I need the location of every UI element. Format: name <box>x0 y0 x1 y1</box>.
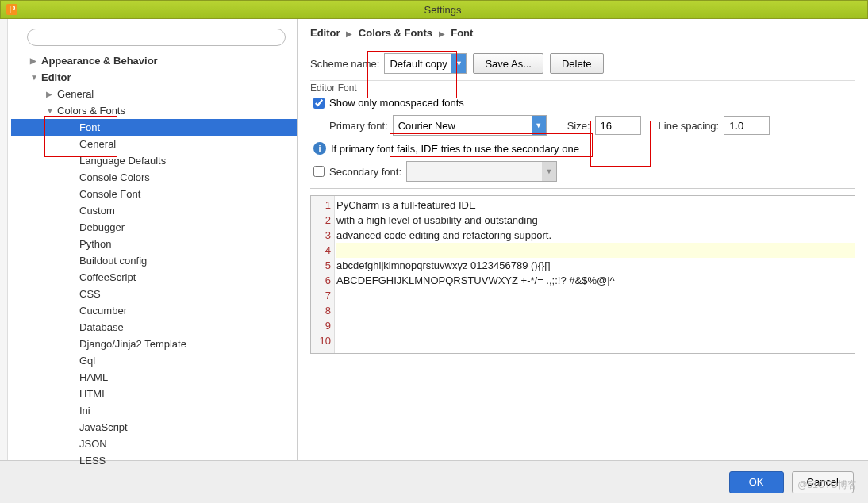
primary-font-value: Courier New <box>398 120 455 132</box>
breadcrumb-colors-fonts[interactable]: Colors & Fonts <box>359 27 432 39</box>
tree-item-console-colors[interactable]: Console Colors <box>11 169 297 186</box>
tree-item-editor[interactable]: ▼Editor <box>11 69 297 86</box>
tree-item-label: Cucumber <box>79 305 127 317</box>
save-as-button[interactable]: Save As... <box>473 53 543 74</box>
chevron-down-icon: ▼ <box>532 116 546 135</box>
tree-item-label: Console Font <box>79 188 140 200</box>
tree-item-debugger[interactable]: Debugger <box>11 219 297 236</box>
settings-sidebar: ▶Appearance & Behavior▼Editor▶General▼Co… <box>8 19 298 460</box>
tree-item-label: CoffeeScript <box>79 271 136 283</box>
show-mono-label: Show only monospaced fonts <box>329 97 464 109</box>
tree-item-label: JavaScript <box>79 421 128 433</box>
chevron-right-icon: ▶ <box>439 29 445 38</box>
tree-item-javascript[interactable]: JavaScript <box>11 419 297 436</box>
tree-item-label: Buildout config <box>79 255 147 267</box>
tree-item-label: HAML <box>79 371 108 383</box>
tree-item-label: Editor <box>41 71 71 83</box>
primary-font-label: Primary font: <box>329 120 388 132</box>
breadcrumb-editor[interactable]: Editor <box>310 27 340 39</box>
tree-item-less[interactable]: LESS <box>11 452 297 469</box>
line-spacing-label: Line spacing: <box>659 120 720 132</box>
show-mono-checkbox[interactable] <box>313 98 325 109</box>
tree-item-gql[interactable]: Gql <box>11 352 297 369</box>
tree-item-custom[interactable]: Custom <box>11 202 297 219</box>
svg-text:P: P <box>9 4 16 15</box>
annotation-box-tree <box>44 116 117 157</box>
tree-item-label: Debugger <box>79 221 125 233</box>
ok-button[interactable]: OK <box>729 471 784 493</box>
tree-arrow-icon: ▶ <box>46 90 56 98</box>
tree-item-label: Python <box>79 238 111 250</box>
info-icon: i <box>313 142 326 155</box>
tree-item-label: LESS <box>79 455 106 467</box>
app-icon: P <box>6 3 18 16</box>
tree-item-label: General <box>57 88 94 100</box>
tree-item-label: JSON <box>79 438 107 450</box>
font-preview: 12345678910 PyCharm is a full-featured I… <box>310 195 855 354</box>
secondary-font-label: Secondary font: <box>329 166 401 178</box>
tree-item-coffeescript[interactable]: CoffeeScript <box>11 269 297 286</box>
tree-item-buildout-config[interactable]: Buildout config <box>11 252 297 269</box>
search-input[interactable] <box>27 29 286 46</box>
breadcrumb-font[interactable]: Font <box>451 27 473 39</box>
chevron-down-icon: ▼ <box>542 162 556 181</box>
tree-item-database[interactable]: Database <box>11 319 297 336</box>
line-spacing-input[interactable] <box>724 116 770 135</box>
annotation-box-font <box>390 133 593 157</box>
tree-item-label: Database <box>79 321 124 333</box>
tree-item-appearance-behavior[interactable]: ▶Appearance & Behavior <box>11 52 297 69</box>
tree-item-label: HTML <box>79 388 107 400</box>
divider <box>310 188 855 189</box>
tree-item-console-font[interactable]: Console Font <box>11 186 297 202</box>
preview-gutter: 12345678910 <box>311 196 335 353</box>
annotation-box-scheme <box>367 51 457 98</box>
tree-item-html[interactable]: HTML <box>11 386 297 402</box>
tree-item-label: Custom <box>79 205 115 217</box>
left-gutter <box>0 19 8 460</box>
tree-item-ini[interactable]: Ini <box>11 402 297 419</box>
tree-item-label: Django/Jinja2 Template <box>79 338 186 350</box>
tree-item-cucumber[interactable]: Cucumber <box>11 302 297 319</box>
delete-button[interactable]: Delete <box>550 53 604 74</box>
tree-item-label: Colors & Fonts <box>57 105 125 117</box>
preview-code: PyCharm is a full-featured IDE with a hi… <box>335 196 855 353</box>
watermark: @51CTO博客 <box>797 478 857 492</box>
tree-item-label: Ini <box>79 405 90 417</box>
tree-arrow-icon: ▼ <box>46 106 56 115</box>
annotation-box-size <box>590 121 651 167</box>
tree-item-json[interactable]: JSON <box>11 436 297 452</box>
size-label: Size: <box>567 120 590 132</box>
settings-main: Editor ▶ Colors & Fonts ▶ Font Scheme na… <box>298 19 868 460</box>
tree-item-label: CSS <box>79 288 101 300</box>
tree-item-label: Gql <box>79 355 95 367</box>
breadcrumb: Editor ▶ Colors & Fonts ▶ Font <box>310 27 855 39</box>
secondary-font-dropdown[interactable]: ▼ <box>406 161 557 182</box>
tree-item-label: Appearance & Behavior <box>41 55 158 67</box>
tree-item-general[interactable]: ▶General <box>11 86 297 102</box>
tree-arrow-icon: ▼ <box>30 73 40 82</box>
window-title: Settings <box>18 4 867 16</box>
tree-arrow-icon: ▶ <box>30 56 40 65</box>
tree-item-haml[interactable]: HAML <box>11 369 297 386</box>
chevron-right-icon: ▶ <box>346 29 352 38</box>
tree-item-css[interactable]: CSS <box>11 286 297 302</box>
title-bar: P Settings <box>0 0 868 19</box>
tree-item-python[interactable]: Python <box>11 236 297 252</box>
secondary-font-checkbox[interactable] <box>313 166 325 177</box>
tree-item-django-jinja2-template[interactable]: Django/Jinja2 Template <box>11 336 297 352</box>
tree-item-label: Console Colors <box>79 171 150 183</box>
settings-tree: ▶Appearance & Behavior▼Editor▶General▼Co… <box>8 52 297 469</box>
